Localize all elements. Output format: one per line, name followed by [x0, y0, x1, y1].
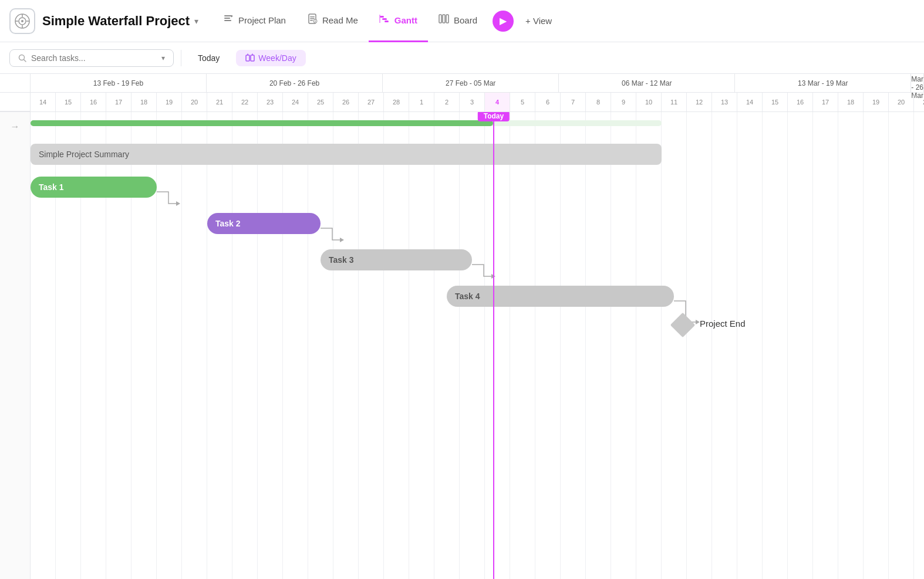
day-cell-24: 24 [283, 93, 308, 111]
task2-bar[interactable]: Task 2 [207, 213, 321, 234]
svg-rect-7 [224, 15, 232, 16]
gantt-body: → Today Simple Project Summary [0, 112, 924, 579]
day-cell-23: 23 [258, 93, 283, 111]
svg-rect-19 [385, 21, 389, 22]
week-label-5: 13 Mar - 19 Mar [798, 79, 848, 87]
day-cell-22: 22 [232, 93, 258, 111]
tab-board-label: Board [454, 15, 477, 25]
week-row: 13 Feb - 19 Feb 20 Feb - 26 Feb 27 Feb -… [0, 74, 924, 93]
svg-rect-22 [443, 15, 445, 23]
svg-rect-12 [310, 18, 315, 19]
progress-bar-fill [31, 120, 493, 126]
svg-rect-21 [439, 15, 441, 23]
day-cell-8: 8 [586, 93, 611, 111]
day-cell-21b: 21 [914, 93, 924, 111]
week-label-1: 13 Feb - 19 Feb [93, 79, 143, 87]
svg-rect-11 [310, 16, 315, 18]
search-icon [18, 54, 26, 62]
day-cell-19: 19 [157, 93, 182, 111]
tab-gantt[interactable]: Gantt [369, 0, 428, 42]
tab-read-me-label: Read Me [322, 15, 358, 25]
task4-label: Task 4 [455, 292, 480, 301]
day-cell-28: 28 [384, 93, 409, 111]
day-cell-1: 1 [409, 93, 434, 111]
day-cell-17b: 17 [813, 93, 838, 111]
day-cell-26: 26 [333, 93, 359, 111]
timeline-header: 13 Feb - 19 Feb 20 Feb - 26 Feb 27 Feb -… [0, 74, 924, 112]
week-cell-1: 13 Feb - 19 Feb [31, 74, 207, 93]
project-title: Simple Waterfall Project [42, 13, 190, 29]
toolbar: ▾ Today Week/Day [0, 42, 924, 74]
day-cell-16: 16 [81, 93, 106, 111]
week-label-2: 20 Feb - 26 Feb [269, 79, 319, 87]
week-day-button[interactable]: Week/Day [236, 50, 305, 66]
day-cell-3: 3 [460, 93, 485, 111]
svg-point-2 [21, 20, 23, 22]
week-cell-4: 06 Mar - 12 Mar [559, 74, 735, 93]
collapse-icon[interactable]: → [11, 121, 20, 132]
toolbar-divider [181, 50, 181, 66]
week-cell-5: 13 Mar - 19 Mar [735, 74, 911, 93]
tab-project-plan[interactable]: Project Plan [213, 0, 296, 42]
project-plan-icon [223, 13, 234, 27]
milestone-label: Project End [700, 319, 746, 329]
week-label-4: 06 Mar - 12 Mar [622, 79, 672, 87]
week-day-icon [245, 53, 255, 63]
svg-point-28 [247, 53, 248, 55]
left-panel: → [0, 112, 31, 579]
day-cell-5: 5 [510, 93, 535, 111]
summary-bar[interactable]: Simple Project Summary [31, 144, 662, 165]
gantt-chart: Today Simple Project Summary Task 1 [31, 112, 924, 579]
app-icon[interactable] [9, 8, 35, 34]
today-vertical-line: Today [493, 112, 494, 579]
day-cell-20b: 20 [889, 93, 914, 111]
tab-gantt-label: Gantt [394, 15, 417, 25]
day-cell-19b: 19 [864, 93, 889, 111]
task3-bar[interactable]: Task 3 [321, 249, 472, 270]
svg-rect-18 [382, 18, 387, 20]
tab-project-plan-label: Project Plan [238, 15, 286, 25]
add-view-label: + View [525, 16, 552, 26]
nav-tabs: Project Plan Read Me [213, 0, 915, 42]
more-tabs-icon: ▶ [500, 15, 507, 26]
day-cell-12: 12 [687, 93, 712, 111]
tab-board[interactable]: Board [428, 0, 488, 42]
project-dropdown-arrow[interactable]: ▾ [194, 16, 198, 26]
day-cell-13a: 13 [712, 93, 737, 111]
tab-read-me[interactable]: Read Me [296, 0, 369, 42]
task1-bar[interactable]: Task 1 [31, 177, 157, 198]
today-label: Today [478, 112, 510, 121]
day-cell-10: 10 [636, 93, 662, 111]
svg-rect-9 [224, 20, 231, 21]
day-row: 14 15 16 17 18 19 20 21 22 23 24 25 26 2… [0, 93, 924, 111]
day-cell-7: 7 [561, 93, 586, 111]
week-day-label: Week/Day [258, 53, 296, 63]
day-cell-4: 4 [485, 93, 510, 111]
task4-bar[interactable]: Task 4 [447, 286, 674, 307]
day-cell-25: 25 [308, 93, 333, 111]
app-header: Simple Waterfall Project ▾ Project Plan [0, 0, 924, 42]
svg-line-25 [24, 59, 26, 62]
task1-label: Task 1 [39, 182, 64, 192]
day-cell-14: 14 [31, 93, 56, 111]
day-cell-16b: 16 [788, 93, 813, 111]
read-me-icon [307, 13, 318, 27]
day-cell-11: 11 [662, 93, 687, 111]
day-cell-9: 9 [611, 93, 636, 111]
day-cell-18b: 18 [838, 93, 864, 111]
gantt-container: 13 Feb - 19 Feb 20 Feb - 26 Feb 27 Feb -… [0, 74, 924, 579]
day-cell-15b: 15 [763, 93, 788, 111]
search-box[interactable]: ▾ [9, 49, 174, 67]
svg-rect-26 [246, 55, 249, 61]
today-button[interactable]: Today [188, 50, 229, 66]
day-cell-20a: 20 [182, 93, 207, 111]
board-icon [439, 13, 449, 27]
day-cell-27: 27 [359, 93, 384, 111]
search-input[interactable] [31, 53, 157, 63]
add-view-button[interactable]: + View [518, 11, 559, 31]
svg-rect-8 [224, 18, 230, 19]
more-tabs-button[interactable]: ▶ [493, 11, 514, 32]
day-cell-2: 2 [434, 93, 460, 111]
filter-dropdown-arrow[interactable]: ▾ [161, 54, 165, 62]
summary-bar-label: Simple Project Summary [39, 150, 129, 159]
